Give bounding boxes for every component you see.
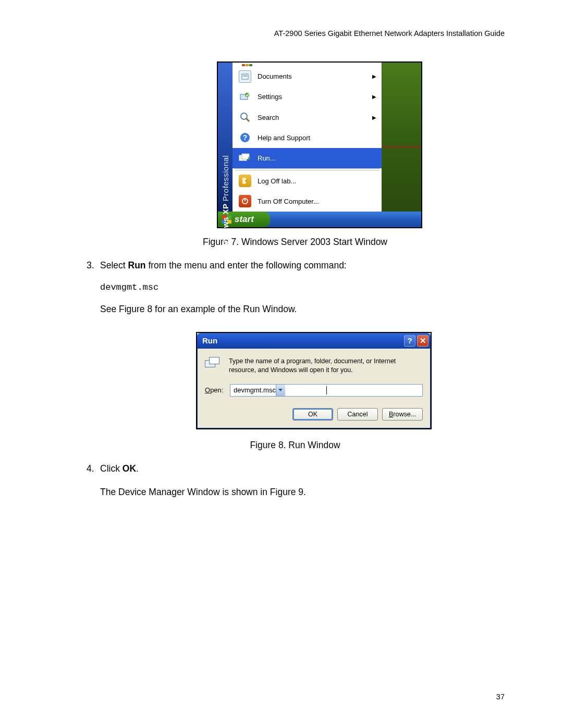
figure-7-caption: Figure 7. Windows Server 2003 Start Wind… xyxy=(87,237,504,248)
page-content: Windows XP Professional Documents ▶ xyxy=(87,61,504,499)
run-description: Type the name of a program, folder, docu… xyxy=(229,357,423,375)
browse-button[interactable]: Browse... xyxy=(382,408,423,421)
run-dialog-icon xyxy=(205,357,223,371)
menu-label: Turn Off Computer... xyxy=(258,198,319,205)
figure-8-run-window: Run ? ✕ Type the name of a program, fold… xyxy=(196,332,432,429)
shutdown-icon xyxy=(239,195,251,207)
figure-7-start-window: Windows XP Professional Documents ▶ xyxy=(217,61,422,228)
banner-os: Windows XP xyxy=(221,204,230,253)
menu-item-run[interactable]: Run... xyxy=(232,148,382,168)
open-label: Open: xyxy=(205,386,230,394)
svg-text:?: ? xyxy=(243,133,248,142)
step-text: Click xyxy=(100,463,123,474)
dropdown-arrow-icon[interactable] xyxy=(276,385,285,396)
menu-label: Log Off lab... xyxy=(258,177,296,185)
step-text-bold: OK xyxy=(123,463,136,474)
documents-icon xyxy=(239,70,251,83)
titlebar-close-button[interactable]: ✕ xyxy=(417,335,429,347)
command-text: devmgmt.msc xyxy=(100,282,504,292)
svg-point-12 xyxy=(246,180,247,182)
menu-item-settings[interactable]: Settings ▶ xyxy=(232,87,382,107)
step-number: 3. xyxy=(87,259,100,272)
svg-rect-1 xyxy=(243,75,247,76)
start-label: start xyxy=(235,214,254,225)
ok-button[interactable]: OK xyxy=(292,408,333,421)
menu-label: Run... xyxy=(258,154,276,162)
titlebar-help-button[interactable]: ? xyxy=(404,335,415,347)
step-3: 3. Select Run from the menu and enter th… xyxy=(87,259,504,272)
menu-label: Settings xyxy=(258,93,282,101)
svg-line-6 xyxy=(246,118,249,121)
windows-xp-banner: Windows XP Professional xyxy=(218,63,232,212)
start-menu-panel: Windows XP Professional Documents ▶ xyxy=(218,63,421,212)
open-input-value: devmgmt.msc xyxy=(234,386,276,394)
submenu-arrow-icon: ▶ xyxy=(372,94,376,100)
step-text: from the menu and enter the following co… xyxy=(146,260,347,270)
step-text-bold: Run xyxy=(128,260,146,270)
settings-icon xyxy=(239,91,251,103)
menu-item-help[interactable]: ? Help and Support xyxy=(232,128,382,148)
taskbar: start xyxy=(218,212,421,227)
menu-item-search[interactable]: Search ▶ xyxy=(232,107,382,128)
menu-item-logoff[interactable]: Log Off lab... xyxy=(232,170,382,191)
dialog-button-row: OK Cancel Browse... xyxy=(205,408,423,421)
paragraph: See Figure 8 for an example of the Run W… xyxy=(100,303,504,316)
menu-label: Documents xyxy=(258,72,292,80)
step-text: Select xyxy=(100,260,128,270)
search-icon xyxy=(239,111,251,124)
menu-item-documents[interactable]: Documents ▶ xyxy=(232,66,382,87)
step-number: 4. xyxy=(87,462,100,475)
svg-rect-2 xyxy=(243,76,247,77)
menu-top-accent xyxy=(232,63,382,66)
step-text: . xyxy=(136,463,139,474)
paragraph: The Device Manager Window is shown in Fi… xyxy=(100,486,504,499)
step-4: 4. Click OK. xyxy=(87,462,504,475)
run-icon xyxy=(239,152,251,165)
run-dialog-body: Type the name of a program, folder, docu… xyxy=(197,349,431,428)
menu-label: Search xyxy=(258,114,279,121)
submenu-arrow-icon: ▶ xyxy=(372,115,376,120)
help-icon: ? xyxy=(239,131,251,144)
run-titlebar: Run ? ✕ xyxy=(197,333,431,349)
page-number: 37 xyxy=(496,693,505,701)
menu-column: Documents ▶ Settings ▶ Search ▶ xyxy=(232,63,382,212)
svg-rect-10 xyxy=(242,154,249,159)
submenu-arrow-icon: ▶ xyxy=(372,73,376,79)
text-cursor xyxy=(326,386,327,394)
cancel-button[interactable]: Cancel xyxy=(337,408,378,421)
logoff-icon xyxy=(239,175,251,187)
page-header: AT-2900 Series Gigabit Ethernet Network … xyxy=(274,29,505,38)
run-title: Run xyxy=(202,336,217,345)
menu-label: Help and Support xyxy=(258,134,310,142)
banner-edition: Professional xyxy=(221,155,230,202)
open-combobox[interactable]: devmgmt.msc xyxy=(230,384,423,397)
menu-item-shutdown[interactable]: Turn Off Computer... xyxy=(232,191,382,212)
desktop-background xyxy=(382,63,421,212)
figure-8-caption: Figure 8. Run Window xyxy=(87,440,504,451)
